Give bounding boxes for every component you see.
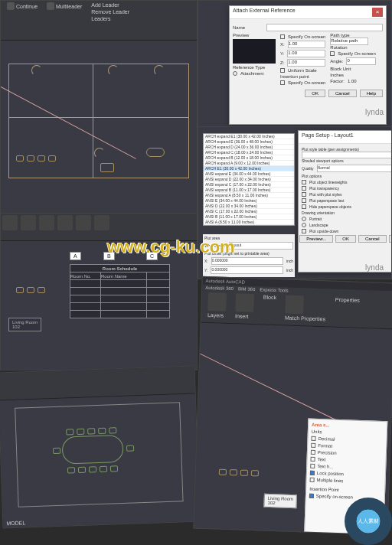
paper-size-item[interactable]: ANSI A (8.50 x 11.00 Inches) bbox=[204, 220, 294, 225]
multileader-button[interactable]: Multileader bbox=[47, 2, 82, 10]
room-schedule-table[interactable]: Room Schedule Room No.Room Name bbox=[70, 264, 170, 318]
match-icon[interactable] bbox=[285, 295, 304, 314]
paper-size-item[interactable]: ARCH expand E1 (30.00 x 42.00 Inches) bbox=[204, 134, 294, 139]
tab-express[interactable]: Express Tools bbox=[260, 287, 288, 292]
path-select[interactable]: Relative path bbox=[330, 38, 368, 45]
table-cell[interactable] bbox=[70, 280, 101, 288]
decimal-check[interactable] bbox=[311, 436, 315, 441]
attachment-radio[interactable] bbox=[233, 71, 237, 76]
paper-size-list[interactable]: ARCH expand E1 (30.00 x 42.00 Inches)ARC… bbox=[203, 133, 295, 226]
paper-size-item[interactable]: ANSI E (34.00 x 44.00 Inches) bbox=[204, 198, 294, 204]
uniform-check[interactable] bbox=[280, 68, 285, 73]
texth-check[interactable] bbox=[310, 464, 315, 468]
offx-val[interactable]: 0.000000 bbox=[211, 257, 283, 265]
tool-icon[interactable] bbox=[94, 215, 109, 230]
schedule-canvas[interactable]: A B C Room Schedule Room No.Room Name Li… bbox=[1, 241, 197, 370]
table-cell[interactable] bbox=[70, 311, 101, 318]
paper-size-item[interactable]: ARCH expand D (24.00 x 36.00 Inches) bbox=[204, 145, 294, 150]
ok-button[interactable]: OK bbox=[335, 235, 356, 243]
help-button[interactable]: Help bbox=[389, 235, 392, 243]
preview-button[interactable]: Preview... bbox=[299, 235, 333, 243]
paper-size-item[interactable]: ANSI expand E (34.00 x 44.00 Inches) bbox=[204, 171, 294, 177]
specify-scale-check[interactable] bbox=[280, 34, 285, 39]
help-button[interactable]: Help bbox=[360, 90, 383, 97]
x-input[interactable]: 1.00 bbox=[288, 41, 326, 48]
tool-icon[interactable] bbox=[2, 215, 18, 230]
table-cell[interactable] bbox=[147, 311, 170, 318]
area-units-label: Units bbox=[312, 429, 322, 434]
plotstyle-select[interactable] bbox=[302, 152, 392, 158]
add-leader-button[interactable]: Add Leader bbox=[91, 2, 129, 8]
paper-size-item[interactable]: ANSI expand D (22.00 x 34.00 Inches) bbox=[204, 177, 294, 182]
precision-check[interactable] bbox=[311, 450, 315, 455]
offy-val[interactable]: 0.000000 bbox=[211, 266, 283, 274]
table-cell[interactable] bbox=[101, 295, 147, 303]
paperspace-check[interactable] bbox=[302, 198, 306, 203]
table-cell[interactable] bbox=[147, 288, 170, 295]
quality-select[interactable]: Normal bbox=[317, 165, 392, 172]
table-cell[interactable] bbox=[147, 280, 170, 288]
tool-icon[interactable] bbox=[76, 215, 91, 230]
lockpos-check[interactable] bbox=[310, 471, 315, 475]
specify-check[interactable] bbox=[309, 494, 314, 498]
z-input[interactable]: 1.00 bbox=[287, 59, 325, 67]
paper-size-item[interactable]: ANSI expand C (17.00 x 22.00 Inches) bbox=[204, 182, 294, 188]
paper-size-item[interactable]: ANSI C (17.00 x 22.00 Inches) bbox=[204, 209, 294, 214]
y-input[interactable]: 1.00 bbox=[287, 50, 325, 57]
room-tag[interactable]: Living Room 102 bbox=[8, 318, 41, 331]
hideobj-check[interactable] bbox=[302, 204, 306, 209]
angle-input[interactable]: 0 bbox=[346, 57, 375, 65]
continue-button[interactable]: Continue bbox=[7, 2, 38, 10]
paper-size-item[interactable]: ARCH expand A (9.00 x 12.00 Inches) bbox=[204, 161, 294, 166]
room-tag[interactable]: Living Room 102 bbox=[263, 494, 297, 509]
insert-icon[interactable] bbox=[235, 293, 254, 312]
paper-size-item[interactable]: ANSI expand A (8.50 x 11.00 Inches) bbox=[204, 193, 294, 198]
paper-size-item[interactable]: ARCH expand B (12.00 x 18.00 Inches) bbox=[204, 155, 294, 161]
tool-icon[interactable] bbox=[21, 215, 36, 230]
table-cell[interactable] bbox=[147, 295, 170, 303]
whattoplot-select[interactable]: Layout bbox=[229, 242, 293, 250]
layers-icon[interactable] bbox=[207, 292, 227, 312]
specify-ins-check[interactable] bbox=[280, 80, 285, 85]
landscape-radio[interactable] bbox=[302, 223, 306, 227]
lineweights-check[interactable] bbox=[302, 180, 306, 184]
tool-icon[interactable] bbox=[57, 215, 73, 230]
table-cell[interactable] bbox=[101, 311, 147, 318]
tab-autodesk360[interactable]: Autodesk 360 bbox=[205, 286, 234, 291]
table-cell[interactable] bbox=[70, 303, 101, 311]
paper-size-item[interactable]: ANSI expand B (11.00 x 17.00 Inches) bbox=[204, 188, 294, 193]
remove-leader-button[interactable]: Remove Leader bbox=[91, 9, 129, 15]
table-cell[interactable] bbox=[147, 303, 170, 311]
floorplan-canvas[interactable] bbox=[1, 41, 197, 214]
table-cell[interactable] bbox=[70, 288, 101, 295]
cancel-button[interactable]: Cancel bbox=[358, 235, 387, 243]
portrait-radio[interactable] bbox=[302, 217, 306, 221]
table-cell[interactable] bbox=[101, 303, 147, 311]
format-check[interactable] bbox=[311, 443, 315, 448]
tab-bim360[interactable]: BIM 360 bbox=[238, 286, 256, 292]
specify-rot-check[interactable] bbox=[330, 51, 335, 56]
paper-size-item[interactable]: ANSI D (22.00 x 34.00 Inches) bbox=[204, 204, 294, 209]
paper-size-item[interactable]: ARCH E1 (30.00 x 42.00 Inches) bbox=[204, 166, 294, 171]
tool-icon[interactable] bbox=[39, 215, 54, 230]
paper-size-item[interactable]: ARCH expand E (36.00 x 48.00 Inches) bbox=[204, 139, 294, 145]
table-cell[interactable] bbox=[101, 280, 147, 288]
cancel-button[interactable]: Cancel bbox=[328, 90, 357, 97]
text-check[interactable] bbox=[310, 457, 315, 462]
ok-button[interactable]: OK bbox=[305, 90, 325, 97]
insert-button[interactable]: Insert bbox=[235, 313, 253, 319]
paper-size-item[interactable]: ARCH expand C (18.00 x 24.00 Inches) bbox=[204, 150, 294, 155]
table-cell[interactable] bbox=[70, 295, 101, 303]
name-input[interactable] bbox=[266, 24, 383, 31]
close-icon[interactable]: × bbox=[372, 8, 383, 17]
status-model[interactable]: MODEL bbox=[6, 520, 25, 526]
conference-canvas[interactable] bbox=[0, 394, 199, 528]
transparency-check[interactable] bbox=[302, 186, 306, 191]
upside-check[interactable] bbox=[302, 229, 306, 233]
layers-label[interactable]: Layers bbox=[207, 312, 226, 318]
plotstyles-check[interactable] bbox=[302, 192, 306, 197]
multiple-check[interactable] bbox=[310, 478, 315, 482]
match-button[interactable]: Match Properties bbox=[285, 315, 325, 321]
paper-size-item[interactable]: ANSI B (11.00 x 17.00 Inches) bbox=[204, 214, 294, 220]
table-cell[interactable] bbox=[101, 288, 147, 295]
